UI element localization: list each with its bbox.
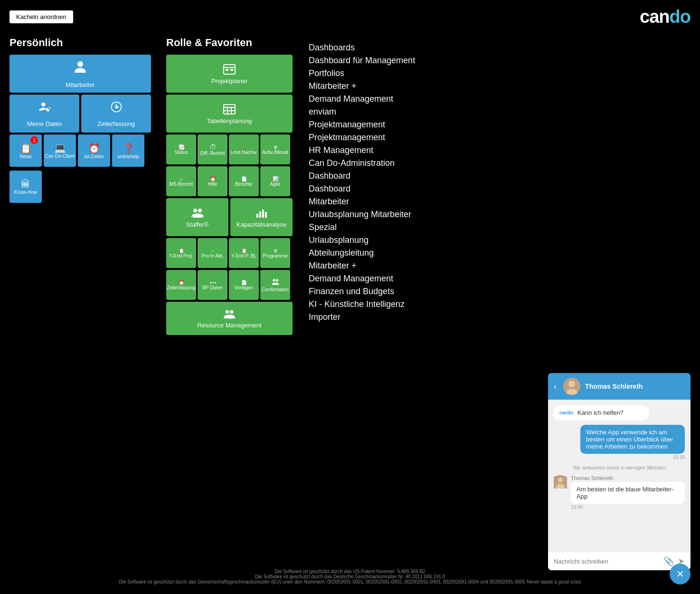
footer-line2: Die Software ist geschützt durch das Deu… [119,574,581,579]
agile-icon: 📊 [273,176,278,182]
bp-icon: ⟺ [209,280,216,285]
tile-bp-daten[interactable]: ⟺ BP Daten [198,270,227,300]
tile-news[interactable]: 📋 News 1 [9,134,42,167]
tile-y-end-proj[interactable]: 📋 Y-End Proj. [166,238,196,268]
nav-item-abteilungsleitung[interactable]: Abteilungsleitung [309,247,451,259]
svg-point-28 [558,478,563,482]
rolle-row-double: Staffer® Kapazitätsanalyse [166,198,294,236]
nav-item-projektmanagement1[interactable]: Projektmanagement [309,118,451,131]
tile-aufw-label: Aufw./Monat [262,150,288,155]
svg-point-22 [226,310,229,314]
tile-zeit2-label: Zeiterfassung [167,285,196,290]
chat-response-info: Wir antworten meist in wenigen Minuten [554,465,685,470]
nav-item-enviam[interactable]: enviam [309,105,451,118]
tile-zeiterfassung2[interactable]: ⏰ Zeiterfassung [166,270,196,300]
tile-resource-management[interactable]: Resource Management [166,302,293,335]
tile-ms-bericht[interactable]: ◇ MS-Bericht [166,166,196,196]
ist-zeiten-icon: ⏰ [88,143,100,154]
arrange-tiles-button[interactable]: Kacheln anordnen [9,10,73,23]
pro-icon: ↔ [210,248,215,253]
tile-status[interactable]: 📈 Status [166,134,196,164]
nav-item-dashboards[interactable]: Dashboards [309,41,451,54]
tile-zeiterfassung[interactable]: -1h Zeiterfassung [81,95,151,133]
nav-item-projektmanagement2[interactable]: Projektmanagement [309,131,451,144]
tile-berichte-label: Berichte [235,182,253,187]
tile-onlinehelp-label: onlinehelp [117,154,139,159]
nav-item-importer[interactable]: Importer [309,311,451,324]
nav-item-ki[interactable]: KI - Künstliche Intelligenz [309,298,451,311]
reply-avatar [554,475,567,489]
tile-projektplaner-label: Projektplaner [211,77,248,85]
tile-meine-daten[interactable]: Meine Daten [9,95,79,133]
tile-staffer[interactable]: Staffer® [166,198,228,236]
nav-item-dashboard-management[interactable]: Dashboard für Management [309,54,451,67]
know-how-icon: 🏛 [21,179,30,190]
vorlagen-icon: 📄 [241,280,247,285]
tile-leist-nachw[interactable]: 🚶 Leist.Nachw. [229,134,259,164]
tile-confirmation-label: Confirmation [262,287,289,292]
tile-pro-in-abt[interactable]: ↔ Pro In Abt. [198,238,227,268]
chat-bot-text: Kann ich helfen? [577,409,624,416]
nav-item-hr-management[interactable]: HR Management [309,144,451,157]
y-end-bl-icon: 📋 [241,248,247,253]
tile-tabellenplanung[interactable]: Tabellenplanung [166,95,293,133]
tile-hilfe[interactable]: ⏰ Hilfe [198,166,227,196]
tile-agile[interactable]: 📊 Agile [260,166,290,196]
tile-ist-zeiten[interactable]: ⏰ Ist-Zeiten [78,134,110,167]
chat-close-button[interactable]: ✕ [670,564,691,584]
nav-item-dashboard1[interactable]: Dashboard [309,170,451,182]
nav-item-spezial[interactable]: Spezial [309,221,451,234]
tile-can-do-client[interactable]: 💻 Can Do-Client [44,134,76,167]
nav-item-portfolios[interactable]: Portfolios [309,67,451,80]
time-icon: -1h [110,100,123,117]
tile-onlinehelp[interactable]: ❓ onlinehelp [112,134,144,167]
tile-pro-label: Pro In Abt. [201,253,224,259]
nav-item-mitarbeiter-plus2[interactable]: Mitarbeiter + [309,259,451,272]
nav-item-urlaub-mitarbeiter[interactable]: Urlaubsplanung Mitarbeiter [309,208,451,221]
nav-item-cando-admin[interactable]: Can Do-Administration [309,157,451,170]
news-icon: 📋 [20,143,32,154]
tile-meine-daten-label: Meine Daten [27,120,62,127]
chat-cando-label: cando [559,410,574,415]
tile-programme[interactable]: ⊞ Programme [260,238,290,268]
tile-kapazitaet-label: Kapazitätsanalyse [236,221,287,228]
tile-mitarbeiter[interactable]: Mitarbeiter [9,55,151,93]
svg-rect-5 [224,65,235,74]
tile-confirmation[interactable]: Confirmation [260,270,290,300]
tile-diff-bericht[interactable]: ⏱ Diff.-Bericht [198,134,227,164]
programme-icon: ⊞ [274,248,277,253]
tile-kapazitaet[interactable]: Kapazitätsanalyse [230,198,293,236]
attach-icon[interactable]: 📎 [663,556,674,566]
svg-point-1 [41,102,46,106]
leist-icon: 🚶 [241,144,247,150]
svg-point-15 [198,209,202,212]
tile-berichte[interactable]: 📄 Berichte [229,166,259,196]
nav-item-demand-management[interactable]: Demand Management [309,93,451,105]
main-content: Persönlich Mitarbeiter [0,32,700,337]
chat-back-button[interactable]: ‹ [554,382,557,392]
nav-item-dashboard2[interactable]: Dashboard [309,182,451,195]
reply-content: Thomas Schlereth Am besten ist die blaue… [571,475,685,510]
personal-title: Persönlich [9,37,152,49]
svg-rect-18 [262,210,264,218]
nav-item-urlaubsplanung[interactable]: Urlaubsplanung [309,234,451,247]
tile-know-how[interactable]: 🏛 Know-How [9,171,42,203]
edit-person-icon [38,100,51,117]
nav-item-finanzen[interactable]: Finanzen und Budgets [309,285,451,298]
tile-vorlagen[interactable]: 📄 Vorlagen [229,270,259,300]
chat-body: cando Kann ich helfen? Welche App verwen… [548,400,691,552]
tile-aufw-monat[interactable]: ⊞ Aufw./Monat [260,134,290,164]
logo-part2: do [670,7,691,27]
nav-list: Dashboards Dashboard für Management Port… [309,41,451,324]
nav-item-mitarbeiter[interactable]: Mitarbeiter [309,195,451,208]
tile-tabellenplanung-label: Tabellenplanung [207,117,252,125]
chat-input[interactable] [554,558,660,565]
svg-point-23 [230,310,233,314]
nav-item-mitarbeiter-plus[interactable]: Mitarbeiter + [309,80,451,93]
rolle-row-quad3: 📋 Y-End Proj. ↔ Pro In Abt. 📋 Y-End P. B… [166,238,294,268]
tile-projektplaner[interactable]: Projektplaner [166,55,293,93]
nav-item-demand-management2[interactable]: Demand Management [309,272,451,285]
chat-user-bubble: Welche App verwende ich am besten um ein… [580,425,685,454]
berichte-icon: 📄 [241,176,247,182]
tile-y-end-bl[interactable]: 📋 Y-End P. BL [229,238,259,268]
